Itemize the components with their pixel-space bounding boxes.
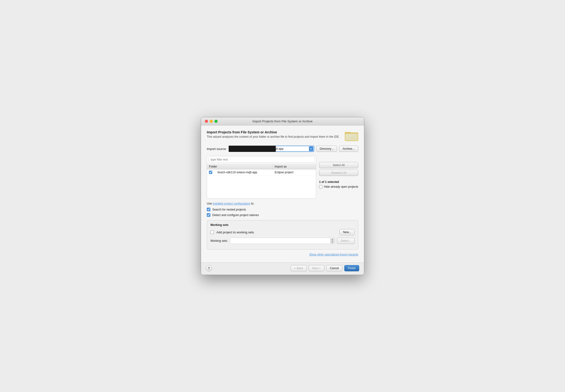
ws-input-wrapper: ▲ ▼	[230, 238, 334, 244]
select-all-button[interactable]: Select All	[319, 162, 358, 168]
finish-button[interactable]: Finish	[344, 265, 359, 271]
table-body: bosch-xdk110-solace-mqtt-app Eclipse pro…	[207, 169, 316, 198]
working-sets-title: Working sets	[210, 223, 355, 227]
side-buttons: Select All Deselect All 1 of 1 selected …	[319, 155, 358, 198]
selection-count: 1 of 1 selected	[319, 180, 358, 184]
search-nested-checkbox[interactable]	[207, 208, 210, 211]
main-content: Import Projects from File System or Arch…	[201, 126, 364, 263]
folder-icon	[345, 130, 358, 142]
header-text: Import Projects from File System or Arch…	[207, 130, 340, 139]
configurators-row: Use installed project configurators to:	[207, 202, 358, 205]
detect-natures-option: Detect and configure project natures	[207, 213, 358, 217]
show-wizards-row: Show other specialized import wizards	[207, 253, 358, 256]
dialog-window: Import Projects from File System or Arch…	[201, 117, 364, 275]
cancel-button[interactable]: Cancel	[326, 265, 342, 271]
ws-sets-label: Working sets:	[210, 239, 228, 242]
window-title: Import Projects from File System or Arch…	[253, 119, 312, 123]
search-nested-label: Search for nested projects	[212, 208, 246, 211]
archive-button[interactable]: Archive...	[339, 146, 358, 152]
working-sets-section: Working sets Add project to working sets…	[207, 220, 358, 250]
add-to-ws-checkbox[interactable]	[210, 230, 214, 234]
row-folder-cell: bosch-xdk110-solace-mqtt-app	[216, 170, 273, 174]
ws-stepper: ▲ ▼	[330, 238, 334, 243]
new-ws-button[interactable]: New...	[339, 229, 355, 235]
detect-natures-checkbox[interactable]	[207, 213, 210, 217]
select-ws-button[interactable]: Select...	[337, 238, 355, 244]
show-wizards-link[interactable]: Show other specialized import wizards	[309, 253, 358, 256]
ws-stepper-up[interactable]: ▲	[330, 238, 334, 241]
source-input-wrapper: ▾	[229, 146, 314, 152]
col-header-folder: Folder	[207, 164, 273, 169]
add-to-ws-row: Add project to working sets New...	[210, 229, 355, 235]
back-button[interactable]: < Back	[291, 265, 307, 271]
add-to-ws-label: Add project to working sets	[216, 230, 254, 234]
hide-projects-checkbox[interactable]	[319, 185, 322, 188]
configurators-prefix: Use	[207, 202, 213, 205]
window-controls	[205, 120, 218, 123]
configurators-suffix: to:	[250, 202, 254, 205]
search-nested-option: Search for nested projects	[207, 208, 358, 211]
ws-stepper-down[interactable]: ▼	[330, 241, 334, 243]
source-input[interactable]	[229, 146, 314, 152]
minimize-button[interactable]	[210, 120, 213, 123]
filter-row	[207, 155, 316, 164]
next-button[interactable]: Next >	[309, 265, 324, 271]
svg-rect-4	[345, 134, 357, 140]
row-checkbox-cell	[207, 170, 216, 174]
dialog-title: Import Projects from File System or Arch…	[207, 130, 340, 134]
ws-select-row: Working sets: ▲ ▼ Select...	[210, 238, 355, 244]
titlebar: Import Projects from File System or Arch…	[201, 117, 364, 126]
directory-button[interactable]: Directory...	[316, 146, 337, 152]
row-checkbox[interactable]	[209, 171, 212, 174]
detect-natures-label: Detect and configure project natures	[212, 213, 259, 217]
header-section: Import Projects from File System or Arch…	[207, 130, 358, 142]
nav-buttons: < Back Next > Cancel Finish	[291, 265, 359, 271]
import-source-label: Import source:	[207, 147, 227, 151]
help-button[interactable]: ?	[206, 265, 212, 271]
main-area: Folder Import as bosch-xdk110-solace-mqt…	[207, 155, 358, 198]
row-import-cell: Eclipse project	[273, 170, 316, 174]
configurators-link[interactable]: installed project configurators	[213, 202, 250, 205]
maximize-button[interactable]	[214, 120, 218, 123]
import-source-row: Import source: ▾ Directory... Archive...	[207, 146, 358, 152]
col-header-import: Import as	[273, 164, 316, 169]
ws-input[interactable]	[230, 238, 334, 244]
bottom-bar: ? < Back Next > Cancel Finish	[201, 263, 364, 275]
hide-projects-label: Hide already open projects	[324, 185, 358, 188]
hide-projects-row: Hide already open projects	[319, 185, 358, 188]
filter-input[interactable]	[209, 156, 314, 163]
table-row: bosch-xdk110-solace-mqtt-app Eclipse pro…	[207, 169, 316, 175]
projects-table-section: Folder Import as bosch-xdk110-solace-mqt…	[207, 155, 316, 198]
dialog-description: This wizard analyzes the content of your…	[207, 135, 340, 139]
table-header: Folder Import as	[207, 164, 316, 169]
deselect-all-button[interactable]: Deselect All	[319, 170, 358, 176]
source-dropdown-arrow[interactable]: ▾	[309, 146, 313, 151]
close-button[interactable]	[205, 120, 208, 123]
